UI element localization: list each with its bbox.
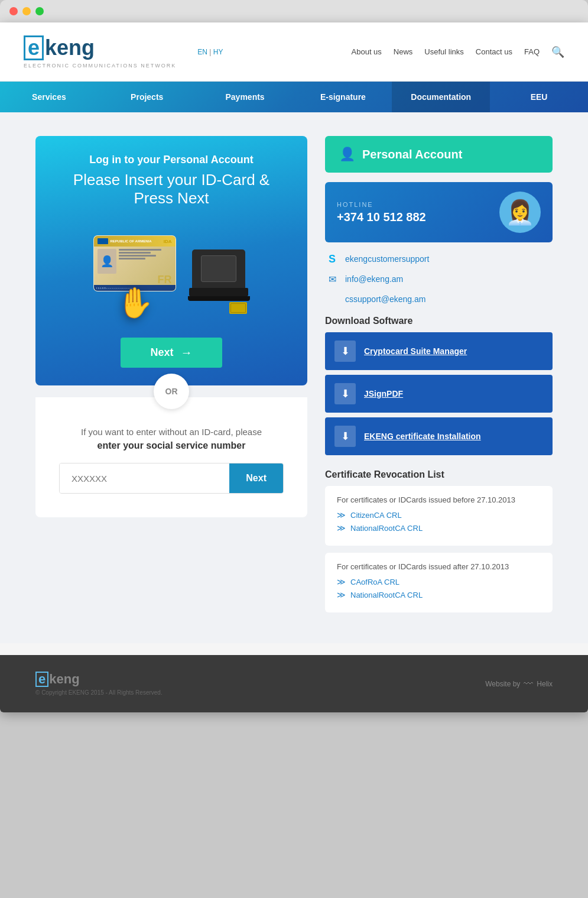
- crl-nationalroot-label-2: NationalRootCA CRL: [350, 591, 423, 599]
- expand-button[interactable]: [35, 7, 44, 15]
- or-label: OR: [165, 387, 178, 396]
- download-icon-1: ⬇: [334, 341, 356, 362]
- nav-faq[interactable]: FAQ: [524, 47, 540, 56]
- hotline-label: HOTLINE: [337, 201, 426, 208]
- social-text1: If you want to enter without an ID-card,…: [59, 427, 284, 437]
- skype-icon: S: [325, 252, 339, 266]
- crl-chevron-icon-4: ≫: [337, 590, 346, 599]
- person-icon: 👤: [339, 147, 355, 162]
- helix-logo-icon: 〰: [524, 679, 533, 689]
- close-button[interactable]: [9, 7, 18, 15]
- nav-useful-links[interactable]: Useful links: [424, 47, 463, 56]
- skype-handle: ekengcustomersupport: [345, 254, 429, 264]
- top-links: About us News Useful links Contact us FA…: [352, 46, 564, 59]
- minimize-button[interactable]: [22, 7, 31, 15]
- nav-payments[interactable]: Payments: [196, 82, 294, 112]
- content-area: Log in to your Personal Account Please I…: [0, 112, 588, 643]
- next-button-idcard[interactable]: Next →: [121, 338, 222, 368]
- crl-card-2: For certificates or IDCards issued after…: [325, 553, 553, 612]
- logo-subtitle: ELECTRONIC COMMUNICATIONS NETWORK: [24, 63, 176, 69]
- social-input-row: Next: [59, 463, 284, 494]
- social-input[interactable]: [60, 463, 229, 493]
- crl-caofr-link[interactable]: ≫ CAofRoA CRL: [337, 577, 541, 586]
- crl-nationalroot-label-1: NationalRootCA CRL: [350, 524, 423, 533]
- nav-about[interactable]: About us: [352, 47, 382, 56]
- crl-caofr-label: CAofRoA CRL: [350, 578, 399, 586]
- card-reader: [188, 249, 250, 314]
- nav-esignature[interactable]: E-signature: [294, 82, 392, 112]
- crl-chevron-icon-3: ≫: [337, 577, 346, 586]
- hotline-avatar: 👩‍💼: [499, 192, 541, 233]
- nav-contact[interactable]: Contact us: [476, 47, 512, 56]
- hand-with-card: REPUBLIC OF ARMENIA IDA 👤: [93, 235, 176, 320]
- crl-citizen-label: CitizenCA CRL: [350, 511, 402, 520]
- email1-address: info@ekeng.am: [345, 274, 403, 284]
- nav-projects[interactable]: Projects: [98, 82, 196, 112]
- email2-link[interactable]: cssupport@ekeng.am: [325, 292, 553, 306]
- email1-link[interactable]: ✉ info@ekeng.am: [325, 272, 553, 286]
- right-panel: 👤 Personal Account HOTLINE +374 10 512 8…: [325, 136, 553, 620]
- arrow-icon: →: [181, 346, 193, 359]
- crl-card1-description: For certificates or IDCards issued befor…: [337, 495, 541, 504]
- download-btn-ekeng-cert[interactable]: ⬇ EKENG certificate Installation: [325, 417, 553, 455]
- left-panel: Log in to your Personal Account Please I…: [35, 136, 307, 620]
- download-label-2: JSignPDF: [364, 389, 403, 398]
- id-card-visual: REPUBLIC OF ARMENIA IDA 👤: [53, 225, 290, 320]
- social-section: If you want to enter without an ID-card,…: [35, 397, 307, 517]
- hotline-card: HOTLINE +374 10 512 882 👩‍💼: [325, 182, 553, 242]
- lang-switch: EN | HY: [197, 48, 223, 56]
- next-button-social[interactable]: Next: [229, 463, 283, 493]
- download-label-3: EKENG certificate Installation: [364, 432, 481, 441]
- crl-chevron-icon-1: ≫: [337, 510, 346, 520]
- footer-helix: Website by 〰 Helix: [485, 679, 553, 689]
- next-label: Next: [150, 346, 173, 359]
- crl-card2-description: For certificates or IDCards issued after…: [337, 562, 541, 571]
- footer-left: ekeng © Copyright EKENG 2015 - All Right…: [35, 672, 163, 696]
- crl-nationalroot-link-1[interactable]: ≫ NationalRootCA CRL: [337, 523, 541, 533]
- id-card-image: REPUBLIC OF ARMENIA IDA 👤: [93, 235, 176, 291]
- or-section: OR: [35, 374, 307, 409]
- contact-links: S ekengcustomersupport ✉ info@ekeng.am c…: [325, 252, 553, 306]
- login-title: Please Insert your ID-Card & Press Next: [53, 171, 290, 208]
- download-icon-2: ⬇: [334, 383, 356, 404]
- logo-area: ekeng ELECTRONIC COMMUNICATIONS NETWORK …: [24, 35, 223, 69]
- mac-titlebar: [0, 0, 588, 22]
- browser-window: ekeng ELECTRONIC COMMUNICATIONS NETWORK …: [0, 22, 588, 712]
- login-subtitle: Log in to your Personal Account: [53, 154, 290, 166]
- footer-made-by: Website by: [485, 680, 520, 688]
- email2-address: cssupport@ekeng.am: [345, 294, 425, 304]
- nav-services[interactable]: Services: [0, 82, 98, 112]
- lang-hy[interactable]: HY: [213, 48, 223, 56]
- crl-section: Certificate Revocation List For certific…: [325, 469, 553, 620]
- crl-title: Certificate Revocation List: [325, 469, 553, 480]
- or-circle: OR: [154, 374, 189, 409]
- search-icon[interactable]: 🔍: [551, 46, 564, 59]
- crl-citizen-link[interactable]: ≫ CitizenCA CRL: [337, 510, 541, 520]
- nav-eeu[interactable]: EEU: [490, 82, 588, 112]
- social-text2: enter your social service number: [98, 440, 246, 450]
- download-label-1: Cryptocard Suite Manager: [364, 346, 467, 356]
- download-btn-cryptocard[interactable]: ⬇ Cryptocard Suite Manager: [325, 332, 553, 370]
- nav-news[interactable]: News: [394, 47, 413, 56]
- envelope2-icon: [325, 292, 339, 306]
- hotline-number: +374 10 512 882: [337, 210, 426, 224]
- personal-account-label: Personal Account: [362, 148, 462, 161]
- footer: ekeng © Copyright EKENG 2015 - All Right…: [0, 655, 588, 712]
- nav-documentation[interactable]: Documentation: [392, 82, 490, 112]
- download-btn-jsignpdf[interactable]: ⬇ JSignPDF: [325, 375, 553, 413]
- lang-separator: |: [209, 48, 211, 56]
- personal-account-btn[interactable]: 👤 Personal Account: [325, 136, 553, 173]
- download-section: Download Software ⬇ Cryptocard Suite Man…: [325, 316, 553, 460]
- download-icon-3: ⬇: [334, 426, 356, 447]
- envelope-icon: ✉: [325, 272, 339, 286]
- logo[interactable]: ekeng ELECTRONIC COMMUNICATIONS NETWORK: [24, 35, 176, 69]
- crl-nationalroot-link-2[interactable]: ≫ NationalRootCA CRL: [337, 590, 541, 599]
- skype-link[interactable]: S ekengcustomersupport: [325, 252, 553, 266]
- lang-en[interactable]: EN: [197, 48, 207, 56]
- footer-logo: ekeng: [35, 672, 163, 687]
- hotline-info: HOTLINE +374 10 512 882: [337, 201, 426, 224]
- crl-chevron-icon-2: ≫: [337, 523, 346, 533]
- helix-label: Helix: [537, 680, 553, 688]
- hand-icon: 🤚: [93, 286, 176, 320]
- main-nav: Services Projects Payments E-signature D…: [0, 82, 588, 112]
